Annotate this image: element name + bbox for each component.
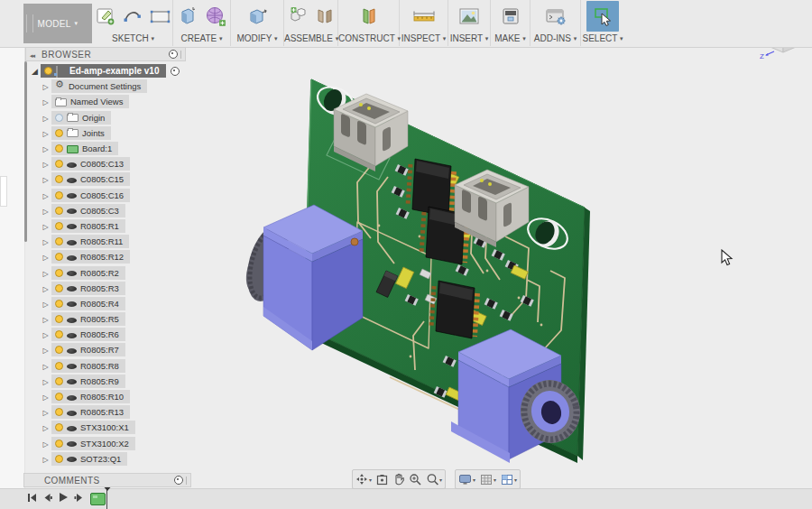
browser-tree-item[interactable]: Document Settings	[25, 79, 188, 94]
visibility-bulb-icon[interactable]	[55, 207, 63, 215]
visibility-bulb-icon[interactable]	[55, 423, 63, 431]
expander-icon[interactable]	[29, 66, 41, 76]
expander-icon[interactable]	[40, 128, 51, 138]
browser-tree-item[interactable]: R0805:R2	[25, 264, 188, 280]
item-chip[interactable]: C0805:C13	[51, 157, 130, 171]
item-chip[interactable]: Origin	[51, 111, 111, 125]
visibility-bulb-icon[interactable]	[55, 393, 63, 401]
visibility-bulb-icon[interactable]	[55, 269, 63, 277]
expander-icon[interactable]	[40, 252, 51, 262]
modify-menu[interactable]: MODIFY ▾	[231, 33, 283, 43]
visibility-bulb-icon[interactable]	[55, 346, 63, 354]
item-chip[interactable]: R0805:R8	[51, 359, 125, 373]
expander-icon[interactable]	[40, 314, 51, 324]
select-tool-active[interactable]	[586, 1, 619, 32]
comments-resize-handle[interactable]	[186, 477, 187, 485]
activate-component-radio[interactable]	[171, 67, 180, 76]
skip-to-start-button[interactable]	[27, 493, 37, 503]
visibility-bulb-icon[interactable]	[55, 377, 63, 385]
usb-connector-2[interactable]	[455, 170, 529, 247]
play-button[interactable]	[58, 492, 69, 503]
ic-chip-3[interactable]	[431, 281, 477, 338]
expander-icon[interactable]	[40, 206, 51, 216]
item-chip[interactable]: Board:1	[51, 142, 118, 155]
browser-tree-item[interactable]: C0805:C3	[25, 203, 188, 218]
item-chip[interactable]: R0805:R7	[51, 343, 125, 356]
item-chip[interactable]: Joints	[51, 126, 111, 140]
panel-resize-handle[interactable]	[180, 51, 181, 59]
visibility-bulb-icon[interactable]	[55, 222, 63, 230]
usb-connector-1[interactable]	[334, 94, 408, 171]
measure-icon[interactable]	[411, 5, 438, 27]
browser-header[interactable]: BROWSER	[25, 47, 186, 61]
visibility-bulb-icon[interactable]	[55, 362, 63, 370]
create-menu[interactable]: CREATE ▾	[173, 33, 230, 43]
visibility-bulb-icon[interactable]	[55, 300, 63, 308]
audio-jack-1[interactable]	[240, 205, 363, 350]
press-pull-icon[interactable]	[246, 5, 268, 28]
step-back-button[interactable]	[42, 493, 52, 503]
comments-options-icon[interactable]	[174, 476, 183, 485]
expander-icon[interactable]	[40, 113, 51, 123]
browser-tree-item[interactable]: Origin	[25, 110, 188, 125]
browser-options-icon[interactable]	[169, 50, 178, 59]
visibility-bulb-icon[interactable]	[55, 408, 63, 416]
expander-icon[interactable]	[40, 159, 51, 169]
browser-tree-item[interactable]: Named Views	[25, 94, 188, 109]
assemble-menu[interactable]: ASSEMBLE ▾	[284, 33, 337, 43]
visibility-bulb-icon[interactable]	[44, 67, 52, 75]
browser-root-item[interactable]: Ed-amp-example v10	[25, 63, 188, 79]
visibility-bulb-icon[interactable]	[55, 191, 63, 199]
zoom-button[interactable]	[409, 473, 421, 486]
item-chip[interactable]: STX3100:X2	[51, 437, 135, 450]
item-chip[interactable]: R0805:R12	[51, 250, 130, 264]
expander-icon[interactable]	[40, 299, 51, 309]
item-chip[interactable]: R0805:R5	[51, 312, 125, 326]
collapse-panel-icon[interactable]	[30, 50, 34, 60]
item-chip[interactable]: R0805:R13	[51, 405, 130, 419]
pan-button[interactable]	[392, 473, 404, 486]
browser-tree-item[interactable]: C0805:C15	[25, 171, 188, 187]
browser-tree-item[interactable]: Joints	[25, 125, 188, 141]
mounting-hole-2[interactable]	[523, 213, 572, 255]
construct-menu[interactable]: CONSTRUCT ▾	[338, 33, 399, 43]
visibility-bulb-icon[interactable]	[55, 330, 63, 338]
item-chip[interactable]: R0805:R11	[51, 235, 129, 248]
expander-icon[interactable]	[40, 345, 51, 355]
spline-icon[interactable]	[122, 5, 143, 27]
item-chip[interactable]: C0805:C16	[51, 189, 130, 202]
item-chip[interactable]: R0805:R10	[51, 390, 130, 403]
item-chip[interactable]: STX3100:X1	[51, 421, 135, 434]
smd-passives[interactable]	[376, 164, 534, 401]
viewports-button[interactable]: ▾	[501, 474, 517, 486]
browser-tree-item[interactable]: R0805:R3	[25, 281, 188, 296]
joint-icon[interactable]	[315, 5, 335, 28]
visibility-bulb-icon[interactable]	[55, 114, 63, 122]
browser-tree-item[interactable]: R0805:R10	[25, 389, 188, 404]
expander-icon[interactable]	[40, 454, 51, 464]
item-chip[interactable]: Named Views	[51, 95, 129, 108]
construct-plane-icon[interactable]	[357, 5, 381, 28]
browser-tree-item[interactable]: C0805:C13	[25, 156, 188, 171]
browser-tree-item[interactable]: R0805:R7	[25, 342, 188, 357]
comments-bar[interactable]: COMMENTS	[23, 473, 191, 487]
expander-icon[interactable]	[40, 268, 51, 278]
panel-handle[interactable]	[0, 176, 7, 207]
expander-icon[interactable]	[40, 143, 51, 153]
ic-chip-2[interactable]	[421, 207, 467, 264]
browser-scrollbar[interactable]	[24, 61, 27, 242]
visibility-bulb-icon[interactable]	[55, 253, 63, 261]
visibility-bulb-icon[interactable]	[55, 455, 63, 463]
addins-menu[interactable]: ADD-INS ▾	[531, 33, 580, 43]
browser-tree-item[interactable]: STX3100:X2	[25, 436, 188, 451]
root-chip[interactable]: Ed-amp-example v10	[41, 64, 166, 78]
browser-tree-item[interactable]: C0805:C16	[25, 188, 188, 203]
item-chip[interactable]: R0805:R6	[51, 328, 125, 341]
ic-chip-1[interactable]	[408, 159, 454, 217]
sketch-menu[interactable]: SKETCH ▾	[94, 33, 172, 43]
inspect-menu[interactable]: INSPECT ▾	[400, 33, 448, 43]
browser-tree-item[interactable]: R0805:R11	[25, 234, 188, 249]
grid-display-button[interactable]: ▾	[480, 474, 496, 486]
make-3dprint-icon[interactable]	[500, 5, 521, 27]
item-chip[interactable]: R0805:R3	[51, 282, 125, 295]
